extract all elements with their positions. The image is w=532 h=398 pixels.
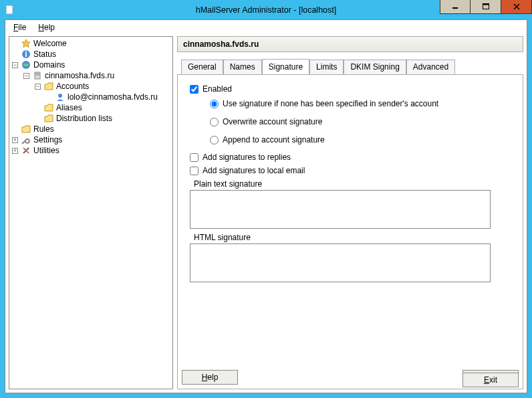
- enabled-checkbox[interactable]: [190, 85, 198, 94]
- local-checkbox[interactable]: [190, 167, 198, 175]
- tree-settings[interactable]: Settings: [33, 135, 62, 144]
- tree-utilities[interactable]: Utilities: [33, 146, 59, 155]
- menu-file[interactable]: File: [8, 21, 31, 33]
- tab-body: Enabled Use signature if none has been s…: [177, 74, 523, 389]
- tree-domains[interactable]: Domains: [33, 60, 65, 70]
- svg-text:i: i: [25, 49, 27, 59]
- radio-overwrite[interactable]: [210, 118, 219, 126]
- tree-status[interactable]: Status: [33, 49, 56, 59]
- tab-dkim[interactable]: DKIM Signing: [344, 60, 406, 75]
- menu-help[interactable]: Help: [33, 21, 60, 33]
- tools-icon: [21, 145, 31, 156]
- tree-account[interactable]: lolo@cinnamosha.fvds.ru: [68, 92, 158, 102]
- globe-icon: [21, 60, 31, 70]
- svg-marker-6: [22, 39, 30, 47]
- radio-label: Use signature if none has been specified…: [223, 99, 438, 108]
- enabled-label: Enabled: [203, 84, 232, 94]
- radio-label: Append to account signature: [223, 135, 325, 144]
- tab-signature[interactable]: Signature: [262, 59, 309, 74]
- radio-label: Overwrite account signature: [223, 117, 322, 126]
- wrench-icon: [21, 134, 31, 145]
- star-icon: [21, 38, 31, 49]
- app-icon: [5, 5, 15, 15]
- minimize-button[interactable]: [440, 0, 471, 14]
- plain-label: Plain text signature: [194, 179, 511, 189]
- tree-domain[interactable]: cinnamosha.fvds.ru: [45, 71, 114, 80]
- help-button[interactable]: Help: [182, 370, 238, 385]
- tab-limits[interactable]: Limits: [309, 60, 344, 75]
- panel-header: cinnamosha.fvds.ru: [177, 36, 523, 52]
- expander-icon[interactable]: [23, 73, 29, 79]
- tab-general[interactable]: General: [181, 60, 223, 75]
- tab-names[interactable]: Names: [223, 60, 262, 75]
- panel-title: cinnamosha.fvds.ru: [183, 39, 259, 49]
- folder-icon: [21, 124, 31, 134]
- tree-rules[interactable]: Rules: [33, 124, 54, 134]
- window-title: hMailServer Administrator - [localhost]: [196, 5, 337, 15]
- expander-icon[interactable]: [35, 84, 41, 90]
- tree-accounts[interactable]: Accounts: [56, 82, 89, 91]
- html-label: HTML signature: [194, 233, 511, 242]
- svg-rect-0: [6, 5, 13, 14]
- info-icon: i: [21, 49, 31, 60]
- user-icon: [55, 92, 65, 102]
- replies-label: Add signatures to replies: [203, 153, 291, 162]
- exit-button[interactable]: Exit: [462, 373, 519, 387]
- menubar: File Help: [5, 20, 527, 35]
- titlebar: hMailServer Administrator - [localhost]: [0, 0, 532, 19]
- tree-welcome[interactable]: Welcome: [33, 39, 67, 48]
- expander-icon[interactable]: [12, 62, 18, 68]
- tree-aliases[interactable]: Aliases: [56, 103, 82, 112]
- tabstrip: General Names Signature Limits DKIM Sign…: [177, 59, 523, 74]
- expander-icon[interactable]: [12, 148, 18, 154]
- folder-icon: [43, 113, 54, 124]
- replies-checkbox[interactable]: [190, 153, 198, 162]
- local-label: Add signatures to local email: [203, 166, 305, 175]
- close-button[interactable]: [501, 0, 532, 14]
- radio-use-if-none[interactable]: [210, 100, 219, 108]
- folder-icon: [43, 102, 54, 113]
- maximize-button[interactable]: [471, 0, 501, 14]
- folder-open-icon: [43, 81, 54, 92]
- tree-distlists[interactable]: Distribution lists: [56, 114, 112, 123]
- plain-signature-textarea[interactable]: [190, 190, 491, 229]
- radio-append[interactable]: [210, 136, 219, 144]
- nav-tree[interactable]: Welcome iStatus Domains cinnamosha.fvds.…: [9, 36, 173, 389]
- html-signature-textarea[interactable]: [190, 243, 491, 282]
- tab-advanced[interactable]: Advanced: [406, 60, 455, 75]
- expander-icon[interactable]: [12, 137, 18, 143]
- svg-point-13: [58, 94, 62, 98]
- server-icon: [32, 70, 43, 81]
